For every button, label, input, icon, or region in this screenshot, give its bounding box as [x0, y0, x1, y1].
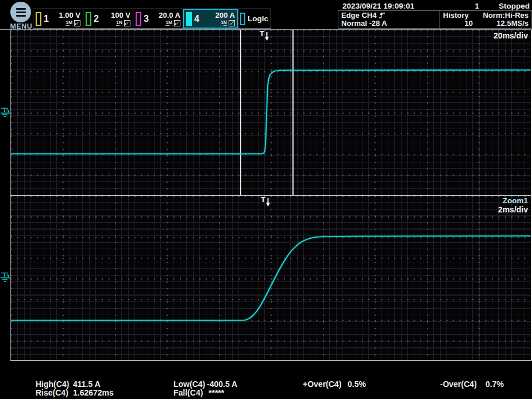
channel-4-number: 4 — [194, 14, 201, 24]
meas-nover-label: -Over(C4) — [440, 379, 477, 389]
channel-strip: 1 1.00 V 1M 2 100 V 1N 3 — [33, 9, 271, 29]
probe-icon — [229, 20, 235, 26]
history-count: 10 — [443, 20, 473, 28]
ch4-waveform-zoom — [11, 196, 531, 360]
channel-1-indicator[interactable]: 1 1.00 V 1M — [33, 9, 83, 29]
meas-rise-value: 1.62672ms — [73, 388, 114, 397]
trigger-mode-level: Normal -28 A — [341, 20, 387, 28]
meas-high-value: 411.5 A — [73, 379, 101, 389]
acquisition-mode: Norm:Hi-Res — [483, 11, 529, 20]
trigger-position-marker[interactable]: T — [260, 30, 270, 41]
trigger-arrow-icon — [265, 32, 270, 41]
trigger-arrow-icon — [266, 198, 271, 207]
zoom1-label[interactable]: Zoom1 — [503, 196, 528, 205]
probe-icon — [174, 20, 180, 26]
channel-4-scale: 200 A — [201, 11, 235, 19]
zoom-waveform-window: T Zoom1 2ms/div — [10, 196, 532, 360]
acquisition-count: 1 — [475, 2, 479, 10]
trigger-type-source: Edge CH4 — [341, 11, 376, 20]
zoom-region-right-handle[interactable] — [292, 30, 294, 195]
channel-2-scale: 100 V — [101, 11, 130, 19]
probe-icon — [124, 20, 130, 26]
meas-pover-value: 0.5% — [348, 379, 366, 389]
main-timebase: 20ms/div — [494, 31, 528, 40]
zoom-timebase: 2ms/div — [498, 205, 528, 214]
meas-fall-value: ***** — [209, 388, 224, 397]
channel-3-coupling: 1M — [165, 20, 172, 26]
channel-1-color-swatch — [36, 12, 41, 26]
logic-label: Logic — [248, 14, 268, 23]
ch4-ground-marker-icon[interactable] — [1, 107, 10, 118]
meas-nover-value: 0.7% — [485, 379, 504, 389]
channel-2-indicator[interactable]: 2 100 V 1N — [83, 9, 133, 29]
datetime: 2023/09/21 19:09:01 — [342, 2, 414, 10]
meas-rise-label: Rise(C4) — [36, 388, 68, 397]
logic-color-swatch — [240, 13, 245, 25]
channel-3-indicator[interactable]: 3 20.0 A 1M — [133, 9, 183, 29]
probe-icon — [74, 20, 80, 26]
channel-2-coupling: 1N — [116, 20, 122, 26]
plot-bottom-border — [10, 360, 532, 361]
meas-fall-label: Fall(C4) — [174, 388, 203, 397]
oscilloscope-screen: MENU 1 1.00 V 1M 2 100 V 1N — [0, 0, 532, 399]
main-waveform-window: T 20ms/div — [10, 30, 532, 195]
channel-2-color-swatch — [86, 12, 91, 26]
channel-3-scale: 20.0 A — [151, 11, 180, 19]
channel-1-coupling: 1M — [65, 20, 72, 26]
ch4-ground-marker-icon[interactable] — [1, 272, 10, 283]
meas-low-value: -400.5 A — [207, 379, 237, 389]
channel-3-number: 3 — [144, 14, 151, 24]
hamburger-icon — [10, 2, 31, 22]
acquisition-status-box[interactable]: History Norm:Hi-Res 10 12.5MS/s — [440, 10, 532, 29]
trigger-settings-box[interactable]: Edge CH4 Normal -28 A — [338, 10, 440, 29]
channel-4-indicator-selected[interactable]: 4 200 A 1N — [183, 9, 238, 29]
sample-rate: 12.5MS/s — [496, 20, 529, 28]
zoom-trigger-position-marker[interactable]: T — [261, 196, 271, 207]
meas-pover-label: +Over(C4) — [303, 379, 341, 389]
channel-2-number: 2 — [94, 14, 101, 24]
channel-3-color-swatch — [136, 12, 141, 26]
meas-high-label: High(C4) — [36, 379, 69, 389]
channel-4-color-swatch — [186, 12, 192, 26]
channel-1-scale: 1.00 V — [51, 11, 80, 19]
rising-edge-icon — [379, 11, 385, 19]
meas-low-label: Low(C4) — [174, 379, 205, 389]
channel-4-coupling: 1N — [221, 20, 227, 26]
ch4-waveform-main — [11, 30, 531, 195]
run-state-badge: Stopped — [499, 2, 530, 10]
logic-indicator[interactable]: Logic — [238, 9, 271, 29]
zoom-region-left-handle[interactable] — [240, 30, 241, 195]
history-label: History — [443, 11, 469, 20]
channel-1-number: 1 — [44, 14, 51, 24]
